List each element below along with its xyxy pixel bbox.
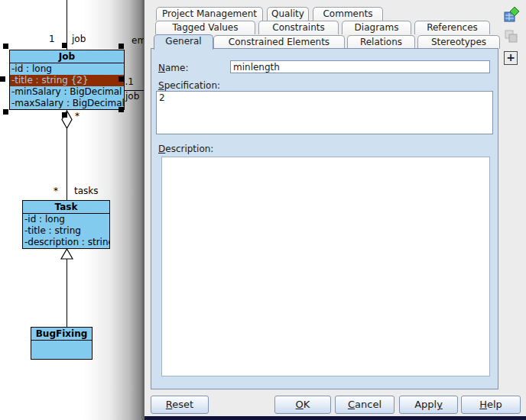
specification-value: 2: [159, 92, 165, 103]
specification-textarea[interactable]: 2: [156, 91, 493, 134]
role-label[interactable]: job: [125, 92, 139, 102]
selection-handle[interactable]: [0, 76, 5, 82]
class-box-job[interactable]: Job -id : long -title : string {2} -minS…: [9, 50, 125, 110]
new-constraint-icon[interactable]: [504, 6, 521, 23]
multiplicity-label[interactable]: *: [75, 111, 80, 121]
tab-tagged-values[interactable]: Tagged Values: [155, 21, 255, 34]
class-attribute[interactable]: -id : long: [23, 214, 109, 225]
generalization-arrow-icon[interactable]: [60, 248, 73, 260]
tab-comments[interactable]: Comments: [313, 7, 383, 21]
ok-button[interactable]: OK: [274, 396, 331, 414]
tab-references[interactable]: References: [414, 21, 490, 34]
selection-handle[interactable]: [62, 43, 67, 48]
selection-handle[interactable]: [3, 109, 8, 115]
class-attribute[interactable]: -maxSalary : BigDecimal: [10, 98, 124, 109]
properties-dialog: Project Management Quality Comments Tagg…: [144, 0, 526, 420]
selection-handle[interactable]: [3, 44, 8, 49]
tab-relations[interactable]: Relations: [347, 35, 415, 49]
tab-constraints[interactable]: Constraints: [258, 21, 339, 34]
class-attribute[interactable]: -description : string: [23, 237, 109, 248]
class-attribute-compartment[interactable]: [31, 341, 92, 359]
role-label[interactable]: job: [72, 34, 86, 44]
name-label: Name:: [158, 63, 188, 73]
diagram-canvas[interactable]: 1 job em * * tasks 0..1 job Job -id : lo…: [0, 0, 144, 420]
name-input[interactable]: minlength: [230, 60, 490, 73]
class-attribute[interactable]: -title : string: [23, 225, 109, 237]
multiplicity-label[interactable]: 1: [49, 34, 55, 44]
tab-project-management[interactable]: Project Management: [156, 7, 263, 21]
role-label-clipped[interactable]: em: [132, 36, 144, 46]
cancel-button[interactable]: Cancel: [335, 396, 394, 414]
copy-icon-disabled[interactable]: [504, 29, 519, 44]
class-box-task[interactable]: Task -id : long -title : string -descrip…: [22, 200, 110, 249]
selection-handle[interactable]: [62, 112, 67, 118]
name-value: minlength: [233, 62, 280, 73]
selection-handle[interactable]: [119, 107, 124, 112]
class-name[interactable]: Task: [23, 201, 109, 214]
apply-button[interactable]: Apply: [399, 396, 458, 414]
class-box-bugfixing[interactable]: BugFixing: [31, 327, 93, 360]
class-attribute[interactable]: -id : long: [10, 63, 124, 75]
multiplicity-label[interactable]: *: [54, 186, 58, 196]
selection-handle[interactable]: [119, 44, 124, 49]
window-edge-strip: [144, 416, 526, 420]
class-attribute-selected[interactable]: -title : string {2}: [10, 75, 124, 86]
tab-general[interactable]: General: [154, 34, 213, 50]
description-textarea[interactable]: [161, 157, 490, 376]
class-attribute[interactable]: -minSalary : BigDecimal: [10, 86, 124, 98]
specification-label: Specification:: [158, 80, 220, 91]
aggregation-edge[interactable]: [67, 128, 67, 201]
uml-tool-window: 1 job em * * tasks 0..1 job Job -id : lo…: [0, 0, 526, 420]
class-name[interactable]: BugFixing: [31, 328, 92, 341]
reset-button[interactable]: Reset: [151, 396, 209, 414]
description-label: Description:: [158, 144, 213, 154]
expand-button[interactable]: +: [504, 51, 518, 65]
general-tab-panel: Name: minlength Specification: 2 Descrip…: [151, 48, 498, 389]
class-name[interactable]: Job: [10, 50, 124, 63]
tab-diagrams[interactable]: Diagrams: [342, 21, 411, 34]
selection-handle[interactable]: [119, 76, 124, 82]
tab-stereotypes[interactable]: Stereotypes: [417, 35, 500, 49]
tab-quality[interactable]: Quality: [267, 7, 309, 21]
help-button[interactable]: Help: [461, 396, 521, 414]
tab-constrained-elements[interactable]: Constrained Elements: [213, 35, 345, 49]
role-label[interactable]: tasks: [74, 186, 99, 196]
generalization-edge[interactable]: [67, 259, 67, 327]
